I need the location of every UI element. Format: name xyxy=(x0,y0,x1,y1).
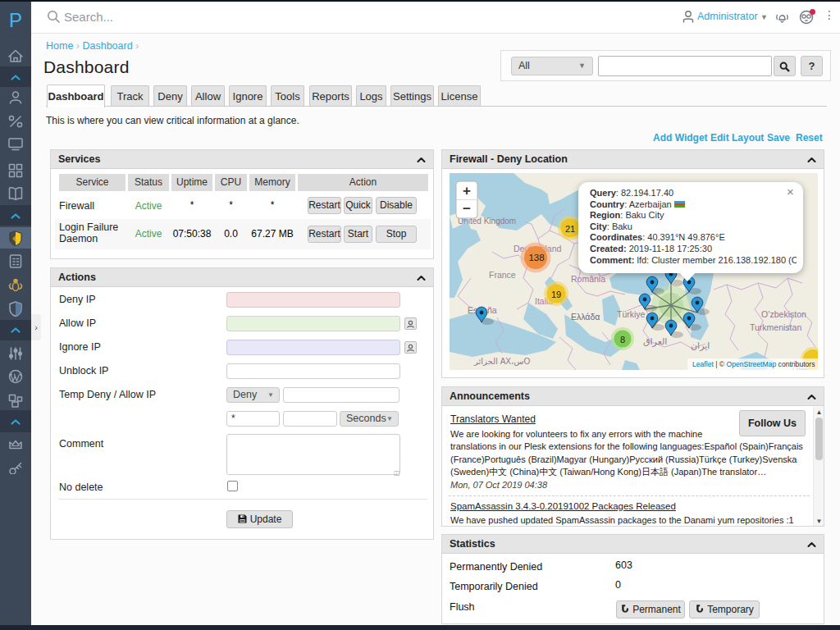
svg-text:138: 138 xyxy=(528,253,544,262)
svg-text:Türkiye: Türkiye xyxy=(617,309,646,319)
svg-text:21: 21 xyxy=(565,224,575,234)
svg-text:+: + xyxy=(463,183,471,199)
svg-text:România: România xyxy=(571,274,605,284)
svg-text:العراق: العراق xyxy=(643,336,667,347)
svg-text:19: 19 xyxy=(551,290,561,299)
svg-text:Oʼzbekiston: Oʼzbekiston xyxy=(761,309,806,319)
svg-text:Turkmenistan: Turkmenistan xyxy=(750,322,801,332)
svg-text:France: France xyxy=(489,270,516,280)
svg-text:−: − xyxy=(463,201,471,217)
svg-text:8: 8 xyxy=(620,335,625,345)
svg-text:الجزائر AX،سO: الجزائر AX،سO xyxy=(473,357,530,366)
svg-text:Leaflet | © OpenStreetMap cont: Leaflet | © OpenStreetMap contributors xyxy=(692,360,815,368)
svg-text:Ελλάδα: Ελλάδα xyxy=(571,312,600,322)
svg-text:ايران: ايران xyxy=(691,340,710,351)
